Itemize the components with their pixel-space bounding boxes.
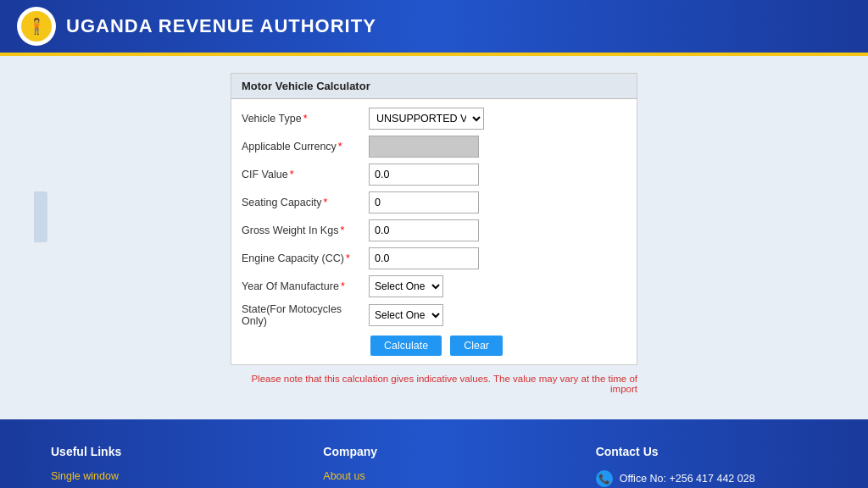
link-single-window[interactable]: Single window (51, 470, 272, 482)
contact-phone-text: Office No: +256 417 442 028 (620, 473, 755, 485)
main-content: Motor Vehicle Calculator Vehicle Type* U… (0, 56, 868, 419)
company-heading: Company (323, 445, 544, 458)
seating-capacity-input[interactable] (369, 191, 479, 214)
cif-value-row: CIF Value* (242, 164, 626, 186)
state-row: State(For Motocycles Only) Select One Ne… (242, 303, 626, 327)
required-star-4: * (324, 197, 328, 208)
cif-value-input[interactable] (369, 164, 479, 186)
logo: 🧍 (17, 7, 56, 46)
contact-section: Contact Us 📞 Office No: +256 417 442 028… (596, 445, 817, 488)
required-star: * (303, 113, 308, 125)
link-about-us[interactable]: About us (323, 470, 544, 482)
calculator-card: Motor Vehicle Calculator Vehicle Type* U… (231, 73, 637, 365)
engine-capacity-input[interactable] (369, 247, 479, 269)
contact-phone-item: 📞 Office No: +256 417 442 028 (596, 470, 817, 487)
site-title: UGANDA REVENUE AUTHORITY (66, 15, 376, 37)
gross-weight-row: Gross Weight In Kgs* (242, 219, 626, 241)
required-star-6: * (346, 252, 350, 264)
state-label: State(For Motocycles Only) (242, 303, 369, 327)
clear-button[interactable]: Clear (450, 336, 503, 356)
applicable-currency-label: Applicable Currency* (242, 141, 369, 152)
applicable-currency-row: Applicable Currency* (242, 136, 626, 158)
gross-weight-input[interactable] (369, 219, 479, 241)
calculate-button[interactable]: Calculate (370, 336, 442, 356)
vehicle-type-select[interactable]: UNSUPPORTED VEHICLE MOTORCYCLE SALOON TR… (369, 108, 484, 130)
required-star-2: * (338, 141, 342, 152)
company-section: Company About us Careers (323, 445, 544, 488)
year-manufacture-label: Year Of Manufacture* (242, 280, 369, 292)
applicable-currency-input[interactable] (369, 136, 479, 158)
sidebar-tab[interactable] (34, 191, 47, 242)
required-star-7: * (341, 280, 345, 292)
logo-figure: 🧍 (27, 17, 46, 36)
seating-capacity-row: Seating Capacity* (242, 191, 626, 214)
contact-heading: Contact Us (596, 445, 817, 458)
vehicle-type-row: Vehicle Type* UNSUPPORTED VEHICLE MOTORC… (242, 108, 626, 130)
gross-weight-label: Gross Weight In Kgs* (242, 225, 369, 236)
engine-capacity-row: Engine Capacity (CC)* (242, 247, 626, 269)
card-title: Motor Vehicle Calculator (231, 74, 637, 99)
site-footer: Useful Links Single window Ministry of f… (0, 419, 868, 488)
useful-links-heading: Useful Links (51, 445, 272, 458)
required-star-3: * (290, 169, 294, 180)
disclaimer-text: Please note that this calculation gives … (231, 374, 637, 394)
required-star-5: * (340, 225, 344, 236)
engine-capacity-label: Engine Capacity (CC)* (242, 252, 369, 264)
year-manufacture-row: Year Of Manufacture* Select One 2023 202… (242, 275, 626, 297)
phone-icon: 📞 (596, 470, 613, 487)
useful-links-section: Useful Links Single window Ministry of f… (51, 445, 272, 488)
site-header: 🧍 UGANDA REVENUE AUTHORITY (0, 0, 868, 53)
seating-capacity-label: Seating Capacity* (242, 197, 369, 208)
card-body: Vehicle Type* UNSUPPORTED VEHICLE MOTORC… (231, 99, 637, 364)
vehicle-type-label: Vehicle Type* (242, 113, 369, 125)
button-row: Calculate Clear (242, 336, 626, 356)
year-manufacture-select[interactable]: Select One 2023 2022 2021 2020 2019 2018 (369, 275, 443, 297)
logo-inner: 🧍 (21, 11, 52, 42)
state-select[interactable]: Select One New Used (369, 304, 443, 326)
cif-value-label: CIF Value* (242, 169, 369, 180)
